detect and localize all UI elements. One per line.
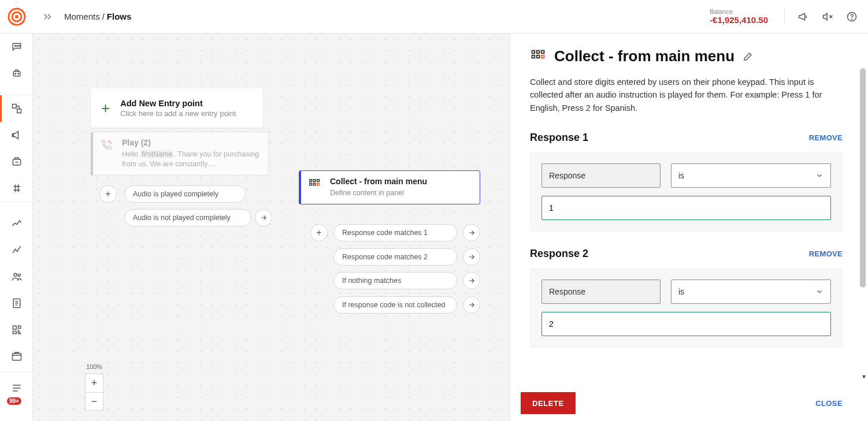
scroll-down-icon[interactable]: ▾ bbox=[862, 372, 866, 381]
svg-point-6 bbox=[17, 46, 18, 47]
svg-point-16 bbox=[18, 274, 20, 276]
sidebar-item-notifications[interactable]: 99+ bbox=[0, 375, 33, 401]
remove-response-button[interactable]: REMOVE bbox=[809, 133, 843, 142]
response-field-label: Response bbox=[541, 280, 661, 304]
sidebar-item-broadcast[interactable] bbox=[0, 122, 33, 148]
sidebar-item-analytics[interactable] bbox=[0, 210, 33, 237]
add-branch-button[interactable]: + bbox=[99, 185, 117, 203]
chevron-down-icon bbox=[815, 172, 824, 180]
svg-point-9 bbox=[14, 73, 16, 74]
sidebar-item-docs[interactable] bbox=[0, 290, 33, 316]
operator-select[interactable]: is bbox=[671, 163, 831, 188]
keypad-icon bbox=[530, 49, 546, 65]
breadcrumb-current[interactable]: Flows bbox=[107, 12, 132, 21]
sidebar-item-catalog[interactable] bbox=[0, 343, 33, 370]
svg-point-10 bbox=[17, 73, 18, 74]
scrollbar-thumb[interactable] bbox=[860, 68, 866, 288]
response-value-input[interactable] bbox=[541, 312, 831, 336]
svg-rect-29 bbox=[532, 55, 535, 58]
branch-response-2[interactable]: Response code matches 2 bbox=[333, 248, 457, 266]
help-icon[interactable] bbox=[846, 11, 858, 23]
sidebar-item-bots[interactable] bbox=[0, 60, 33, 87]
edit-title-icon[interactable] bbox=[743, 51, 753, 62]
remove-response-button[interactable]: REMOVE bbox=[809, 249, 843, 258]
sidebar-item-conversations[interactable] bbox=[0, 33, 33, 60]
sidebar-item-numbers[interactable] bbox=[0, 175, 33, 202]
branch-audio-incomplete[interactable]: Audio is not played completely bbox=[124, 209, 251, 226]
balance-display: Balance -€1,925,410.50 bbox=[710, 8, 768, 25]
sidebar-item-people[interactable] bbox=[0, 263, 33, 290]
branch-next-icon[interactable] bbox=[463, 248, 480, 266]
panel-title: Collect - from main menu bbox=[554, 47, 735, 65]
plus-icon: + bbox=[101, 100, 110, 116]
sidebar-item-reports[interactable] bbox=[0, 237, 33, 263]
zoom-in-button[interactable]: + bbox=[85, 374, 103, 392]
response-value-input[interactable] bbox=[541, 196, 831, 220]
close-button[interactable]: CLOSE bbox=[815, 399, 843, 408]
operator-select[interactable]: is bbox=[671, 280, 831, 304]
svg-rect-31 bbox=[541, 55, 544, 58]
response-heading: Response 1 bbox=[530, 132, 588, 144]
svg-point-2 bbox=[15, 15, 18, 18]
svg-point-15 bbox=[14, 273, 17, 276]
add-branch-button[interactable]: + bbox=[310, 224, 328, 241]
branch-next-icon[interactable] bbox=[255, 209, 272, 226]
notification-badge: 99+ bbox=[7, 397, 21, 405]
svg-rect-19 bbox=[12, 353, 21, 360]
zoom-controls: 100% + − bbox=[85, 363, 103, 411]
svg-rect-26 bbox=[532, 50, 535, 53]
svg-rect-21 bbox=[313, 180, 316, 182]
app-logo[interactable] bbox=[0, 0, 33, 33]
svg-rect-30 bbox=[537, 55, 540, 58]
zoom-out-button[interactable]: − bbox=[85, 392, 103, 411]
phone-icon bbox=[99, 138, 114, 152]
svg-rect-24 bbox=[313, 183, 316, 185]
add-entry-point-card[interactable]: + Add New Entry point Click here to add … bbox=[91, 88, 263, 128]
branch-next-icon[interactable] bbox=[463, 224, 480, 241]
delete-button[interactable]: DELETE bbox=[521, 392, 576, 414]
svg-rect-25 bbox=[317, 183, 320, 185]
panel-description: Collect and store digits entered by user… bbox=[530, 76, 830, 114]
branch-audio-complete[interactable]: Audio is played completely bbox=[124, 185, 246, 203]
svg-point-7 bbox=[18, 46, 20, 47]
svg-rect-27 bbox=[537, 50, 540, 53]
svg-rect-22 bbox=[317, 180, 320, 182]
svg-point-4 bbox=[852, 18, 852, 19]
response-field-label: Response bbox=[541, 163, 661, 188]
branch-next-icon[interactable] bbox=[463, 272, 480, 289]
svg-rect-23 bbox=[310, 183, 312, 185]
keypad-icon bbox=[307, 177, 322, 191]
chevron-down-icon bbox=[815, 288, 824, 296]
expand-sidebar-icon[interactable] bbox=[42, 12, 53, 22]
response-heading: Response 2 bbox=[530, 248, 588, 260]
sidebar-item-flows[interactable] bbox=[0, 95, 33, 122]
svg-rect-18 bbox=[13, 326, 16, 329]
svg-rect-11 bbox=[12, 105, 16, 109]
svg-rect-20 bbox=[310, 180, 312, 182]
breadcrumb-root[interactable]: Moments bbox=[64, 12, 100, 21]
branch-nothing[interactable]: If nothing matches bbox=[333, 272, 457, 289]
branch-response-1[interactable]: Response code matches 1 bbox=[333, 224, 457, 241]
node-collect[interactable]: Collect - from main menu Define content … bbox=[299, 170, 480, 204]
sidebar-item-tags[interactable] bbox=[0, 316, 33, 343]
svg-rect-28 bbox=[541, 50, 544, 53]
svg-point-5 bbox=[14, 46, 16, 47]
detail-panel: ▴ ▾ Collect - from main menu Collect and… bbox=[510, 33, 868, 421]
mute-icon[interactable] bbox=[822, 11, 833, 23]
svg-rect-12 bbox=[17, 109, 21, 113]
announce-icon[interactable] bbox=[797, 11, 809, 23]
node-play[interactable]: Play (2) Hello firstName. Thank you for … bbox=[91, 132, 269, 176]
breadcrumb: Moments / Flows bbox=[64, 12, 131, 21]
branch-not-collected[interactable]: If response code is not collected bbox=[333, 296, 457, 314]
branch-next-icon[interactable] bbox=[463, 296, 480, 314]
sidebar-item-automation[interactable] bbox=[0, 148, 33, 175]
